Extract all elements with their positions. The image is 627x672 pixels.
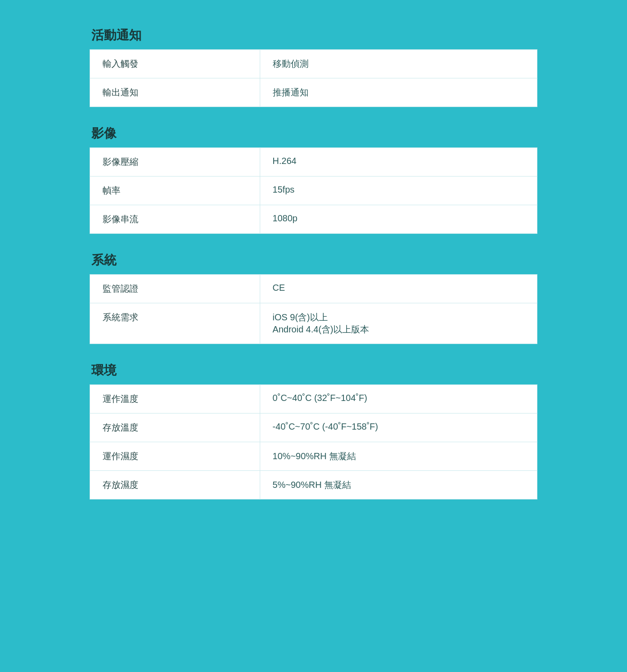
spec-table-environment: 運作溫度0˚C~40˚C (32˚F~104˚F)存放溫度-40˚C~70˚C … xyxy=(90,384,537,500)
table-row: 存放濕度5%~90%RH 無凝結 xyxy=(90,471,537,500)
section-video: 影像影像壓縮H.264幀率15fps影像串流1080p xyxy=(90,125,537,234)
section-activity-notification: 活動通知輸入觸發移動偵測輸出通知推播通知 xyxy=(90,27,537,107)
row-value: iOS 9(含)以上Android 4.4(含)以上版本 xyxy=(260,303,537,344)
row-label: 監管認證 xyxy=(90,275,260,303)
row-label: 存放濕度 xyxy=(90,471,260,500)
row-value: H.264 xyxy=(260,148,537,177)
table-row: 運作溫度0˚C~40˚C (32˚F~104˚F) xyxy=(90,385,537,414)
row-label: 影像壓縮 xyxy=(90,148,260,177)
spec-table-system: 監管認證CE系統需求iOS 9(含)以上Android 4.4(含)以上版本 xyxy=(90,274,537,344)
spec-table-video: 影像壓縮H.264幀率15fps影像串流1080p xyxy=(90,147,537,234)
table-row: 運作濕度10%~90%RH 無凝結 xyxy=(90,442,537,471)
section-title-environment: 環境 xyxy=(90,362,537,379)
row-label: 系統需求 xyxy=(90,303,260,344)
row-label: 運作溫度 xyxy=(90,385,260,414)
table-row: 幀率15fps xyxy=(90,177,537,205)
row-label: 存放溫度 xyxy=(90,414,260,442)
row-value: CE xyxy=(260,275,537,303)
page-container: 活動通知輸入觸發移動偵測輸出通知推播通知影像影像壓縮H.264幀率15fps影像… xyxy=(90,27,537,517)
section-title-video: 影像 xyxy=(90,125,537,142)
spec-table-activity-notification: 輸入觸發移動偵測輸出通知推播通知 xyxy=(90,49,537,107)
section-system: 系統監管認證CE系統需求iOS 9(含)以上Android 4.4(含)以上版本 xyxy=(90,252,537,344)
table-row: 監管認證CE xyxy=(90,275,537,303)
table-row: 影像壓縮H.264 xyxy=(90,148,537,177)
row-label: 輸入觸發 xyxy=(90,50,260,78)
row-value: 15fps xyxy=(260,177,537,205)
table-row: 存放溫度-40˚C~70˚C (-40˚F~158˚F) xyxy=(90,414,537,442)
row-label: 幀率 xyxy=(90,177,260,205)
row-value: 移動偵測 xyxy=(260,50,537,78)
row-value: 0˚C~40˚C (32˚F~104˚F) xyxy=(260,385,537,414)
section-title-activity-notification: 活動通知 xyxy=(90,27,537,44)
table-row: 輸入觸發移動偵測 xyxy=(90,50,537,78)
table-row: 系統需求iOS 9(含)以上Android 4.4(含)以上版本 xyxy=(90,303,537,344)
row-label: 輸出通知 xyxy=(90,78,260,107)
section-environment: 環境運作溫度0˚C~40˚C (32˚F~104˚F)存放溫度-40˚C~70˚… xyxy=(90,362,537,500)
row-value: 10%~90%RH 無凝結 xyxy=(260,442,537,471)
row-value: -40˚C~70˚C (-40˚F~158˚F) xyxy=(260,414,537,442)
row-value: 1080p xyxy=(260,205,537,234)
table-row: 影像串流1080p xyxy=(90,205,537,234)
row-label: 運作濕度 xyxy=(90,442,260,471)
row-value: 5%~90%RH 無凝結 xyxy=(260,471,537,500)
table-row: 輸出通知推播通知 xyxy=(90,78,537,107)
section-title-system: 系統 xyxy=(90,252,537,269)
row-value: 推播通知 xyxy=(260,78,537,107)
row-label: 影像串流 xyxy=(90,205,260,234)
